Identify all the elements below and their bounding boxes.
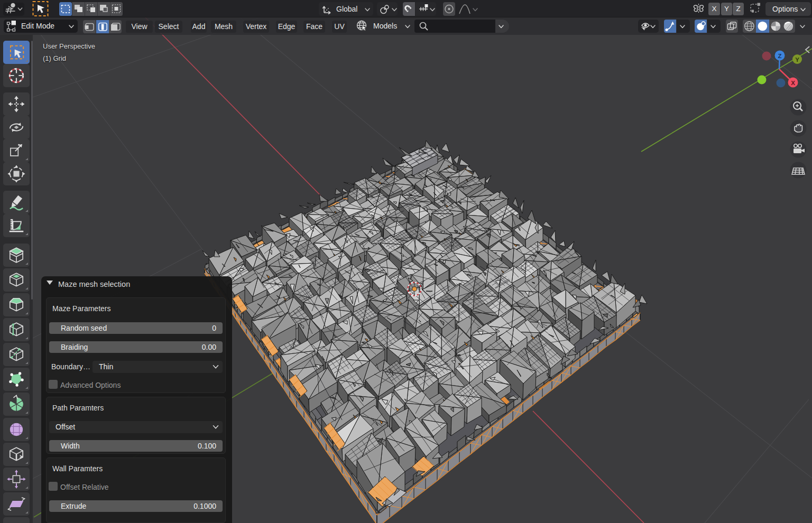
svg-text:Z: Z bbox=[778, 53, 781, 59]
